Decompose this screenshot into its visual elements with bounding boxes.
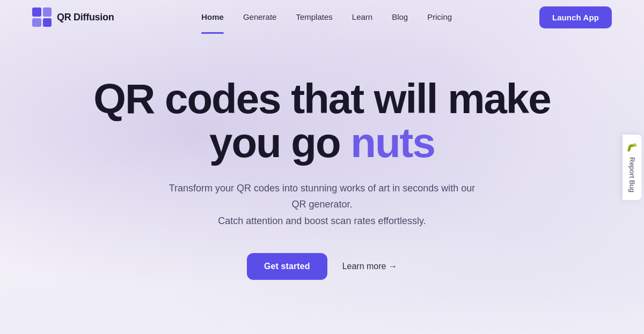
nav-link-learn[interactable]: Learn — [352, 12, 372, 21]
nav-link-pricing[interactable]: Pricing — [427, 12, 452, 21]
hero-title-line2-prefix: you go — [209, 119, 350, 166]
report-bug-inner: 🐛 Report Bug — [627, 142, 638, 192]
get-started-button[interactable]: Get started — [247, 253, 327, 280]
bug-icon: 🐛 — [627, 142, 638, 153]
nav-item-home[interactable]: Home — [201, 12, 224, 22]
hero-title-line1: QR codes that will make — [93, 75, 550, 122]
nav-link-generate[interactable]: Generate — [243, 12, 277, 21]
nav-item-learn[interactable]: Learn — [352, 12, 372, 22]
report-bug-button[interactable]: 🐛 Report Bug — [623, 134, 642, 201]
nav-link-templates[interactable]: Templates — [296, 12, 332, 21]
nav-item-templates[interactable]: Templates — [296, 12, 332, 22]
hero-subtitle-line1: Transform your QR codes into stunning wo… — [169, 183, 475, 210]
report-bug-label: Report Bug — [628, 157, 636, 192]
launch-app-button[interactable]: Launch App — [539, 6, 612, 28]
nav-link-blog[interactable]: Blog — [392, 12, 408, 21]
brand-name: QR Diffusion — [57, 12, 114, 23]
hero-section: QR codes that will make you go nuts Tran… — [0, 34, 644, 280]
nav-links: Home Generate Templates Learn Blog Prici… — [201, 12, 452, 22]
navbar: QR Diffusion Home Generate Templates Lea… — [0, 0, 644, 34]
brand-logo[interactable]: QR Diffusion — [32, 8, 114, 27]
hero-subtitle: Transform your QR codes into stunning wo… — [161, 180, 483, 229]
hero-title-accent: nuts — [350, 119, 435, 166]
nav-link-home[interactable]: Home — [201, 12, 224, 21]
nav-item-blog[interactable]: Blog — [392, 12, 408, 22]
hero-subtitle-line2: Catch attention and boost scan rates eff… — [218, 216, 426, 226]
learn-more-link[interactable]: Learn more → — [342, 262, 397, 271]
nav-item-pricing[interactable]: Pricing — [427, 12, 452, 22]
logo-icon — [32, 8, 52, 27]
hero-actions: Get started Learn more → — [247, 253, 397, 280]
hero-title: QR codes that will make you go nuts — [93, 77, 550, 165]
nav-item-generate[interactable]: Generate — [243, 12, 277, 22]
